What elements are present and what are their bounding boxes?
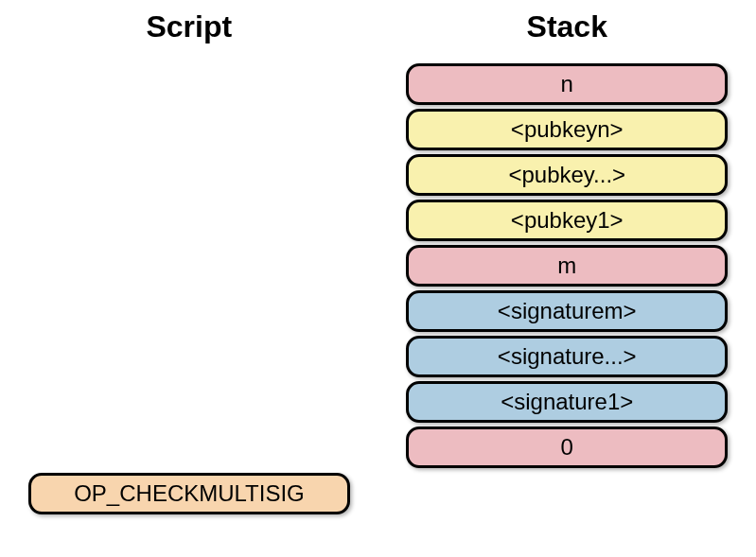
stack-item-n: n [406,63,728,105]
diagram-container: Script OP_CHECKMULTISIG Stack n <pubkeyn… [0,0,756,557]
script-item-op-checkmultisig: OP_CHECKMULTISIG [28,473,350,514]
stack-item-m: m [406,245,728,287]
stack-item-pubkey1: <pubkey1> [406,200,728,241]
stack-item-label: <signaturem> [498,298,637,324]
stack-item-label: <pubkeyn> [511,116,624,143]
stack-item-label: <signature...> [498,343,637,370]
script-column: Script OP_CHECKMULTISIG [0,9,378,548]
stack-item-label: <pubkey1> [511,207,624,234]
script-item-label: OP_CHECKMULTISIG [74,480,305,507]
stack-item-label: <pubkey...> [508,162,625,188]
stack-item-signaturem: <signaturem> [406,290,728,332]
stack-item-label: <signature1> [501,389,633,415]
stack-column: Stack n <pubkeyn> <pubkey...> <pubkey1> … [378,9,757,548]
script-header: Script [146,9,232,44]
stack-items-container: n <pubkeyn> <pubkey...> <pubkey1> m <sig… [406,63,728,468]
stack-item-pubkeyn: <pubkeyn> [406,109,728,150]
stack-item-signature1: <signature1> [406,381,728,423]
stack-item-label: n [561,71,573,97]
stack-item-signature-ellipsis: <signature...> [406,336,728,377]
stack-header: Stack [527,9,607,44]
stack-item-label: 0 [561,434,573,461]
stack-item-zero: 0 [406,426,728,468]
stack-item-label: m [557,252,576,279]
stack-item-pubkey-ellipsis: <pubkey...> [406,154,728,196]
